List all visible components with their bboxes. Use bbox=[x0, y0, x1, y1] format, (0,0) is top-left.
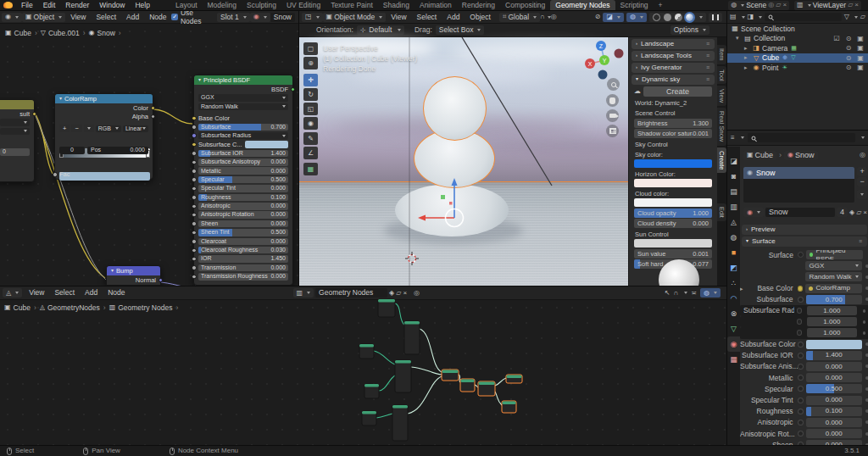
mode-dropdown[interactable]: ▣Object Mode bbox=[323, 13, 387, 22]
value-slider[interactable]: 0.000 bbox=[806, 429, 863, 438]
properties-tab-icon[interactable]: ▽ bbox=[727, 321, 740, 336]
scene-selector[interactable]: ◍ Scene ◎ ▱ × bbox=[728, 1, 789, 10]
display-mode-icon[interactable]: ◨ bbox=[748, 13, 754, 21]
move-tool[interactable]: ✛ bbox=[303, 74, 318, 86]
menu-item[interactable]: Select bbox=[412, 13, 442, 21]
options-chevron[interactable] bbox=[861, 136, 865, 139]
geo-node[interactable] bbox=[378, 299, 395, 317]
outliner-row[interactable]: ▸ ▽ Cube ⊕ ▽ ☑ ⊙ ▣ bbox=[727, 53, 868, 64]
editor-type-button[interactable]: ◳ bbox=[302, 13, 323, 22]
geonodes-canvas[interactable]: ▣Cube›◬GeometryNodes›▥Geometry Nodes› bbox=[0, 300, 726, 445]
proportional-edit-icon[interactable]: ◎ bbox=[551, 13, 557, 21]
properties-tab-icon[interactable]: ⊗ bbox=[727, 306, 740, 321]
snap-magnet-icon[interactable]: ∩ bbox=[540, 13, 545, 21]
sky-slider[interactable]: Sun value0.001 bbox=[634, 249, 712, 259]
hide-eye-icon[interactable]: ⊙ bbox=[843, 54, 854, 63]
principled-input-row[interactable]: Transmission Transmission0.000 Transmiss… bbox=[194, 264, 292, 272]
menu-item[interactable]: Add bbox=[442, 13, 465, 21]
shading-solid-button[interactable] bbox=[664, 14, 671, 21]
properties-tab-icon[interactable]: ◩ bbox=[727, 260, 740, 275]
drag-dropdown[interactable]: Select Box bbox=[436, 25, 485, 35]
expander-icon[interactable]: ▸ bbox=[740, 286, 743, 292]
value-slider[interactable]: 0.100 bbox=[806, 407, 863, 416]
geo-node[interactable] bbox=[359, 344, 374, 359]
properties-tab-icon[interactable]: ◍ bbox=[727, 230, 740, 245]
sky-slider[interactable]: Cloud density0.000 bbox=[634, 219, 712, 228]
properties-tab-icon[interactable]: ◠ bbox=[727, 291, 740, 306]
sidebar-tab[interactable]: Create bbox=[717, 147, 726, 174]
shader-mode-dropdown[interactable]: ▣Object bbox=[22, 13, 65, 22]
sky-slider[interactable]: Brightness1.300 bbox=[634, 119, 712, 128]
menu-item[interactable]: Help bbox=[130, 1, 154, 9]
horizon-color-swatch[interactable] bbox=[634, 179, 712, 187]
colorramp-header[interactable]: ▾ColorRamp bbox=[55, 94, 153, 103]
panel-header[interactable]: ›Ivy Generator≡ bbox=[632, 63, 715, 73]
material-browse-button[interactable]: ◉ bbox=[250, 13, 270, 22]
bump-header[interactable]: ▾Bump bbox=[107, 266, 160, 275]
geo-node-selected[interactable] bbox=[460, 379, 475, 392]
menu-item[interactable]: Add bbox=[121, 13, 144, 21]
material-name-field[interactable]: Snow bbox=[270, 13, 295, 22]
zoom-button[interactable] bbox=[607, 78, 620, 91]
checkbox-icon[interactable]: ☑ bbox=[832, 35, 842, 43]
geo-node[interactable] bbox=[362, 411, 376, 425]
base-color-field[interactable]: ColorRamp bbox=[805, 284, 862, 293]
panel-header[interactable]: ›Landscape≡ bbox=[632, 39, 715, 49]
pan-hand-button[interactable] bbox=[606, 94, 619, 107]
remove-slot-button[interactable]: − bbox=[857, 177, 867, 186]
menu-item[interactable]: File bbox=[16, 1, 38, 9]
cursor-tool[interactable]: ⊕ bbox=[303, 57, 318, 70]
workspace-tab[interactable]: Scripting bbox=[615, 0, 654, 10]
workspace-tab[interactable]: UV Editing bbox=[281, 0, 326, 10]
workspace-tab[interactable]: Texture Paint bbox=[326, 0, 378, 10]
colorramp-pos-field[interactable]: Pos0.000 bbox=[87, 147, 148, 154]
users-count-button[interactable]: 4 bbox=[837, 208, 848, 217]
copy-icon[interactable]: ▱ bbox=[848, 1, 853, 9]
scene-name[interactable]: Scene bbox=[746, 1, 766, 9]
unlink-icon[interactable]: × bbox=[863, 209, 867, 217]
hide-eye-icon[interactable]: ⊙ bbox=[843, 44, 854, 53]
colorramp-node[interactable]: ▾ColorRamp Color Alpha + − RGB Linear 0 … bbox=[54, 93, 153, 180]
value-slider[interactable]: 0.700 bbox=[806, 295, 863, 304]
bump-output-normal[interactable]: Normal bbox=[107, 275, 160, 284]
bump-node[interactable]: ▾Bump Normal bbox=[106, 265, 161, 286]
menu-item[interactable]: Node bbox=[144, 13, 171, 21]
breadcrumb-item[interactable]: ▣Cube› bbox=[5, 29, 38, 37]
colorramp-output-alpha[interactable]: Alpha bbox=[55, 112, 153, 120]
viewlayer-selector[interactable]: ▥ ViewLayer ▱ × bbox=[794, 1, 861, 10]
sky-slider[interactable]: Cloud opacity1.000 bbox=[634, 209, 712, 218]
outliner-row[interactable]: ▸ ◨ Camera ▦ ☑ ⊙ ▣ bbox=[727, 43, 868, 53]
filter-icon[interactable]: ▽ bbox=[844, 13, 849, 21]
scale-tool[interactable]: ◱ bbox=[303, 103, 318, 115]
principled-input-row[interactable]: Clearcoat Clearcoat0.000 Clearcoat bbox=[194, 237, 292, 246]
menu-item[interactable]: Object bbox=[465, 13, 496, 21]
properties-tab-icon[interactable]: ◪ bbox=[727, 153, 740, 169]
move-gizmo[interactable] bbox=[418, 178, 464, 227]
add-slot-button[interactable]: + bbox=[857, 167, 867, 176]
properties-tab-icon[interactable]: ◬ bbox=[727, 214, 740, 230]
pin-icon[interactable]: ◎ bbox=[860, 151, 865, 159]
geometry-node-graph[interactable] bbox=[0, 286, 726, 445]
workspace-tab[interactable]: Geometry Nodes bbox=[550, 0, 615, 10]
workspace-tab[interactable]: Sculpting bbox=[242, 0, 281, 10]
principled-input-row[interactable]: Subsurface Subsurface0.700 Subsurface bbox=[194, 123, 292, 131]
principled-input-row[interactable]: Subsurface Anisotropy Subsurface Anisotr… bbox=[194, 158, 292, 166]
copy-icon[interactable]: ▱ bbox=[776, 1, 781, 9]
principled-input-row[interactable]: Clearcoat Roughness Clearcoat Roughness0… bbox=[194, 246, 292, 254]
bsdf-output[interactable]: BSDF bbox=[194, 85, 292, 93]
geo-node-selected[interactable] bbox=[502, 401, 516, 413]
geo-node[interactable] bbox=[395, 360, 411, 392]
principled-input-row[interactable]: Anisotropic Rotation Anisotropic Rotatio… bbox=[194, 210, 292, 219]
workspace-tab[interactable]: Layout bbox=[170, 0, 203, 10]
material-slot-row[interactable]: ◉Snow bbox=[743, 167, 854, 179]
value-slider[interactable]: 1.000 bbox=[807, 306, 856, 315]
outliner-search-input[interactable] bbox=[765, 13, 842, 21]
workspace-tab[interactable]: + bbox=[654, 0, 668, 10]
principled-input-row[interactable]: Sheen Tint Sheen Tint0.500 Sheen Tint bbox=[194, 228, 292, 236]
shading-wireframe-button[interactable] bbox=[653, 14, 660, 21]
texture-node-partial[interactable]: sult 0 bbox=[0, 99, 35, 182]
editor-type-button[interactable]: ◉ bbox=[2, 13, 22, 22]
pin-icon[interactable]: ◎ bbox=[768, 1, 774, 9]
workspace-tab[interactable]: Shading bbox=[378, 0, 415, 10]
principled-input-row[interactable]: Subsurface IOR Subsurface IOR1.400 Subsu… bbox=[194, 149, 292, 158]
